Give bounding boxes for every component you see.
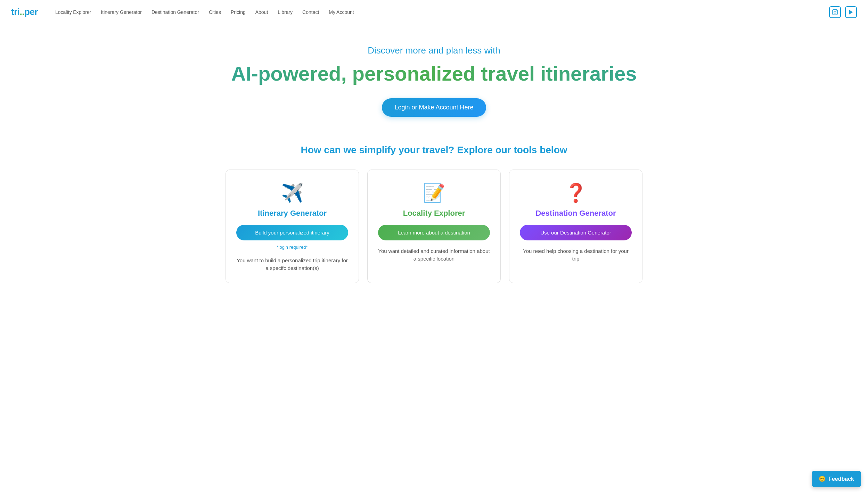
nav-item-itinerary-generator[interactable]: Itinerary Generator [97, 7, 145, 17]
nav-item-cities[interactable]: Cities [205, 7, 224, 17]
svg-marker-3 [849, 10, 853, 15]
tool-desc-2: You need help choosing a destination for… [520, 247, 632, 263]
svg-rect-0 [833, 9, 838, 15]
nav-item-destination-generator[interactable]: Destination Generator [148, 7, 203, 17]
nav-item-library[interactable]: Library [274, 7, 296, 17]
tool-title-2: Destination Generator [535, 209, 616, 218]
tool-card-1: 📝Locality ExplorerLearn more about a des… [367, 170, 501, 283]
header-icons [829, 6, 857, 18]
tool-icon-0: ✈️ [281, 184, 304, 202]
tool-icon-1: 📝 [423, 184, 445, 202]
tool-login-required-0: *login required* [277, 245, 308, 250]
main-nav: Locality ExplorerItinerary GeneratorDest… [52, 7, 829, 17]
tool-btn-0[interactable]: Build your personalized itinerary [236, 225, 348, 240]
nav-item-about[interactable]: About [252, 7, 272, 17]
svg-point-2 [836, 10, 837, 11]
tool-btn-1[interactable]: Learn more about a destination [378, 225, 490, 240]
svg-point-1 [834, 11, 836, 13]
hero-subtitle: Discover more and plan less with [7, 45, 861, 56]
logo[interactable]: tri..per [11, 7, 38, 17]
tool-card-2: ❓Destination GeneratorUse our Destinatio… [509, 170, 642, 283]
cta-button[interactable]: Login or Make Account Here [382, 98, 486, 117]
nav-item-locality-explorer[interactable]: Locality Explorer [52, 7, 95, 17]
hero-title: AI-powered, personalized travel itinerar… [7, 61, 861, 86]
nav-item-pricing[interactable]: Pricing [227, 7, 249, 17]
tool-icon-2: ❓ [565, 184, 587, 202]
youtube-icon[interactable] [845, 6, 857, 18]
tools-grid: ✈️Itinerary GeneratorBuild your personal… [226, 170, 642, 283]
tool-title-1: Locality Explorer [403, 209, 465, 218]
tools-heading: How can we simplify your travel? Explore… [7, 145, 861, 156]
tools-section: How can we simplify your travel? Explore… [0, 131, 868, 304]
tool-title-0: Itinerary Generator [258, 209, 327, 218]
nav-item-my-account[interactable]: My Account [325, 7, 357, 17]
hero-section: Discover more and plan less with AI-powe… [0, 24, 868, 131]
tool-btn-2[interactable]: Use our Destination Generator [520, 225, 632, 240]
logo-text: tri..per [11, 7, 38, 17]
tool-desc-1: You want detailed and curated informatio… [378, 247, 490, 263]
instagram-icon[interactable] [829, 6, 841, 18]
nav-item-contact[interactable]: Contact [299, 7, 322, 17]
logo-dots: .. [20, 7, 24, 17]
tool-desc-0: You want to build a personalized trip it… [236, 257, 348, 272]
tool-card-0: ✈️Itinerary GeneratorBuild your personal… [226, 170, 359, 283]
header: tri..per Locality ExplorerItinerary Gene… [0, 0, 868, 24]
